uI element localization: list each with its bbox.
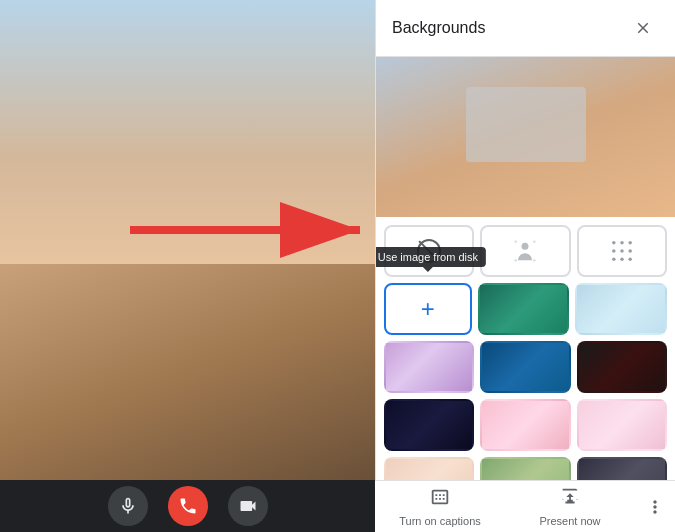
plus-icon: + — [421, 295, 435, 323]
svg-point-15 — [628, 257, 632, 261]
upload-wrapper: Use image from disk + — [384, 283, 472, 335]
video-bg-lower — [0, 264, 375, 480]
background-thumb-purple[interactable] — [384, 341, 474, 393]
arrow-indicator — [120, 200, 375, 260]
call-controls-bar — [0, 480, 375, 532]
svg-point-12 — [628, 249, 632, 253]
background-thumb-pinkgrid[interactable] — [577, 399, 667, 451]
more-options-button[interactable] — [635, 497, 675, 517]
panel-header: Backgrounds — [376, 0, 675, 57]
background-thumb-darkblue[interactable] — [480, 341, 570, 393]
captions-icon — [429, 486, 451, 513]
captions-button[interactable]: Turn on captions — [375, 481, 505, 532]
camera-button[interactable] — [228, 486, 268, 526]
panel-bottom-bar: Turn on captions Present now — [375, 480, 675, 532]
present-label: Present now — [539, 515, 600, 527]
mute-button[interactable] — [108, 486, 148, 526]
end-call-button[interactable] — [168, 486, 208, 526]
blur-background-button[interactable] — [480, 225, 570, 277]
background-thumb-teal[interactable] — [478, 283, 570, 335]
svg-point-13 — [612, 257, 616, 261]
background-thumb-lightblue[interactable] — [575, 283, 667, 335]
background-thumb-fireworks[interactable] — [384, 399, 474, 451]
options-row-2: Use image from disk + — [384, 283, 667, 335]
backgrounds-row-3 — [384, 341, 667, 393]
svg-rect-6 — [534, 259, 536, 261]
preview-face-blur — [466, 87, 586, 162]
blur-person-icon — [511, 237, 539, 265]
backgrounds-row-4 — [384, 399, 667, 451]
background-thumb-pink[interactable] — [480, 399, 570, 451]
more-options-icon — [645, 497, 665, 517]
present-icon — [559, 486, 581, 513]
svg-rect-4 — [534, 241, 536, 243]
svg-point-8 — [620, 241, 624, 245]
background-thumb-darkgray[interactable] — [577, 341, 667, 393]
svg-point-11 — [620, 249, 624, 253]
svg-point-10 — [612, 249, 616, 253]
blur-all-button[interactable] — [577, 225, 667, 277]
blur-dots-icon — [608, 237, 636, 265]
svg-point-2 — [522, 243, 529, 250]
panel-title: Backgrounds — [392, 19, 485, 37]
video-preview — [0, 0, 375, 480]
svg-rect-3 — [515, 241, 517, 243]
present-now-button[interactable]: Present now — [505, 481, 635, 532]
backgrounds-panel: Backgrounds — [375, 0, 675, 532]
svg-rect-5 — [515, 259, 517, 261]
upload-tooltip: Use image from disk — [376, 247, 486, 267]
upload-image-button[interactable]: + — [384, 283, 472, 335]
svg-point-7 — [612, 241, 616, 245]
close-button[interactable] — [627, 12, 659, 44]
svg-point-14 — [620, 257, 624, 261]
background-preview — [376, 57, 675, 217]
captions-label: Turn on captions — [399, 515, 481, 527]
svg-point-9 — [628, 241, 632, 245]
